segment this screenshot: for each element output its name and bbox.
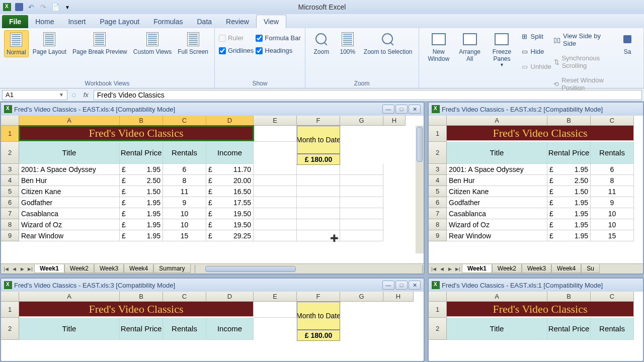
cell-price[interactable]: £1.95: [547, 208, 591, 219]
col-header-f[interactable]: F: [297, 116, 340, 126]
window-title-bar[interactable]: Fred's Video Classics - EAST.xls:2 [Comp…: [429, 103, 643, 116]
cell[interactable]: [254, 186, 297, 197]
tab-view[interactable]: View: [256, 15, 286, 28]
row-header-1[interactable]: 1: [1, 302, 19, 318]
cell-income[interactable]: £19.50: [206, 208, 254, 219]
cell-price[interactable]: £2.50: [547, 175, 591, 186]
cell[interactable]: [254, 302, 297, 318]
tab-nav-prev[interactable]: ◀: [438, 265, 446, 273]
row-header[interactable]: 9: [1, 230, 19, 241]
fx-icon[interactable]: fx: [80, 91, 92, 99]
cell[interactable]: [254, 208, 297, 219]
qat-dropdown-icon[interactable]: ▼: [62, 2, 72, 12]
formula-bar-checkbox[interactable]: Formula Bar: [256, 33, 301, 43]
row-header-2[interactable]: 2: [1, 318, 19, 340]
col-header-b[interactable]: B: [120, 116, 163, 126]
cell-rentals[interactable]: 11: [591, 186, 634, 197]
header-rentals[interactable]: Rentals: [163, 318, 206, 340]
cell-title[interactable]: 2001: A Space Odyssey: [19, 164, 120, 175]
cell-rentals[interactable]: 8: [591, 175, 634, 186]
new-icon[interactable]: 📄: [50, 2, 60, 12]
col-header-a[interactable]: A: [19, 292, 120, 302]
row-header-2[interactable]: 2: [429, 142, 447, 164]
cell-rentals[interactable]: 6: [163, 164, 206, 175]
month-value-cell[interactable]: £ 180.00: [297, 154, 340, 165]
header-price[interactable]: Rental Price: [120, 142, 163, 164]
col-header-g[interactable]: G: [340, 292, 383, 302]
header-title[interactable]: Title: [447, 142, 547, 164]
col-header-a[interactable]: A: [447, 116, 547, 126]
page-break-button[interactable]: Page Break Preview: [70, 30, 129, 56]
cell[interactable]: [340, 186, 383, 197]
cell-rentals[interactable]: 9: [591, 197, 634, 208]
col-header-b[interactable]: B: [547, 292, 591, 302]
header-rentals[interactable]: Rentals: [163, 142, 206, 164]
tab-data[interactable]: Data: [190, 15, 219, 28]
tab-file[interactable]: File: [2, 15, 28, 28]
cell[interactable]: [340, 175, 383, 186]
cell[interactable]: [254, 197, 297, 208]
cell[interactable]: [297, 208, 340, 219]
cell-title[interactable]: Wizard of Oz: [19, 219, 120, 230]
name-box[interactable]: A1 ▼: [2, 90, 67, 100]
cell[interactable]: [297, 164, 340, 175]
row-header[interactable]: 7: [1, 208, 19, 219]
cell-price[interactable]: £1.95: [547, 197, 591, 208]
cell[interactable]: [254, 126, 297, 142]
cell[interactable]: [254, 164, 297, 175]
save-workspace-button[interactable]: Sa: [615, 30, 639, 56]
cell-rentals[interactable]: 8: [163, 175, 206, 186]
row-header[interactable]: 5: [1, 186, 19, 197]
minimize-button[interactable]: —: [382, 281, 394, 290]
header-rentals[interactable]: Rentals: [591, 142, 634, 164]
col-header-d[interactable]: D: [206, 292, 254, 302]
header-title[interactable]: Title: [19, 142, 120, 164]
redo-icon[interactable]: ↷: [38, 2, 48, 12]
month-label-cell[interactable]: Month to Date: [297, 126, 340, 154]
cell-price[interactable]: £1.95: [547, 230, 591, 241]
cell-title[interactable]: Citizen Kane: [19, 186, 120, 197]
cell-title[interactable]: Citizen Kane: [447, 186, 547, 197]
cell-rentals[interactable]: 6: [591, 164, 634, 175]
scroll-thumb[interactable]: [417, 127, 423, 162]
sheet-grid[interactable]: A B C D E F G H 1 Fred's Video Classics …: [1, 116, 424, 263]
cell-price[interactable]: £1.95: [547, 219, 591, 230]
cell-title[interactable]: Casablanca: [447, 208, 547, 219]
custom-views-button[interactable]: Custom Views: [131, 30, 174, 56]
sheet-tab-week2[interactable]: Week2: [492, 264, 522, 273]
col-header-c[interactable]: C: [163, 116, 206, 126]
gridlines-checkbox[interactable]: Gridlines: [219, 46, 254, 55]
month-label-cell[interactable]: Month to Date: [297, 302, 340, 330]
cell-title[interactable]: Godfather: [19, 197, 120, 208]
arrange-all-button[interactable]: Arrange All: [456, 30, 484, 63]
col-header-c[interactable]: C: [591, 116, 634, 126]
sheet-tab-week3[interactable]: Week3: [522, 264, 551, 273]
cell[interactable]: [297, 219, 340, 230]
row-header[interactable]: 6: [1, 197, 19, 208]
headings-checkbox[interactable]: Headings: [256, 46, 301, 55]
side-by-side-button[interactable]: ▯▯View Side by Side: [553, 31, 613, 48]
col-header-g[interactable]: G: [340, 116, 383, 126]
col-header-h[interactable]: H: [383, 292, 414, 302]
cell-title[interactable]: Casablanca: [19, 208, 120, 219]
cell-income[interactable]: £29.25: [206, 230, 254, 241]
tab-formulas[interactable]: Formulas: [146, 15, 190, 28]
tab-insert[interactable]: Insert: [61, 15, 93, 28]
cell-title[interactable]: Ben Hur: [19, 175, 120, 186]
cell-rentals[interactable]: 15: [163, 230, 206, 241]
page-layout-button[interactable]: Page Layout: [31, 30, 68, 56]
col-header-b[interactable]: B: [120, 292, 163, 302]
cell[interactable]: [340, 208, 383, 219]
title-cell[interactable]: Fred's Video Classics: [447, 126, 634, 141]
cell-income[interactable]: £16.50: [206, 186, 254, 197]
cell-title[interactable]: Ben Hur: [447, 175, 547, 186]
sheet-grid[interactable]: A B C 1 Fred's Video Classics 2 Title Re…: [429, 116, 643, 263]
row-header[interactable]: 8: [429, 219, 447, 230]
col-header-c[interactable]: C: [163, 292, 206, 302]
cell-price[interactable]: £1.95: [547, 164, 591, 175]
title-cell[interactable]: Fred's Video Classics: [19, 126, 254, 141]
chevron-down-icon[interactable]: ▼: [59, 92, 64, 98]
row-header[interactable]: 4: [429, 175, 447, 186]
cell-income[interactable]: £11.70: [206, 164, 254, 175]
tab-nav-next[interactable]: ▶: [446, 265, 454, 273]
